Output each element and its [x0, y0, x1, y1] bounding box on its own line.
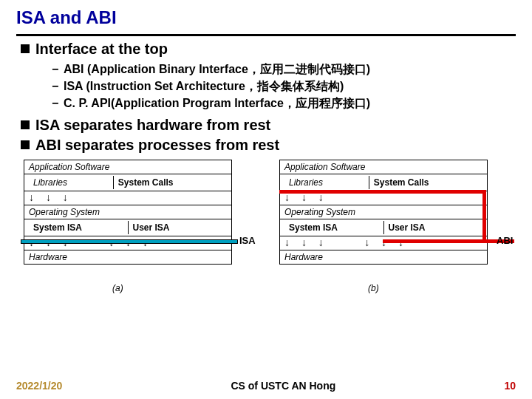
layer-user-isa-a: User ISA — [129, 221, 228, 234]
isa-highlight-line — [21, 239, 238, 244]
layer-os-a: Operating System — [24, 205, 231, 219]
abi-highlight-vert — [482, 190, 486, 243]
layer-app-a: Application Software — [24, 160, 231, 174]
abi-label-b: ABI — [497, 235, 513, 246]
bullet-1-sub-3: C. P. API(Application Program Interface，… — [52, 95, 516, 112]
footer-date: 2022/1/20 — [16, 380, 62, 392]
title-divider — [16, 34, 516, 36]
bullet-1-sub-1: ABI (Application Binary Interface，应用二进制代… — [52, 61, 516, 78]
footer-center: CS of USTC AN Hong — [231, 380, 335, 392]
layer-user-isa-b: User ISA — [384, 221, 483, 234]
arrow-down-icon: ↓ ↓ ↓ — [29, 191, 72, 203]
isa-label-a: ISA — [239, 235, 256, 246]
layer-syscalls-b: System Calls — [369, 176, 482, 189]
layer-lib-a: Libraries — [29, 176, 114, 189]
slide-title: ISA and ABI — [16, 7, 516, 28]
layer-syscalls-a: System Calls — [114, 176, 227, 189]
diagram-left: Application Software Libraries System Ca… — [16, 155, 260, 292]
layer-hw-a: Hardware — [24, 250, 231, 264]
abi-highlight-bottom — [383, 239, 514, 243]
layer-lib-b: Libraries — [284, 176, 369, 189]
diagram-region: Application Software Libraries System Ca… — [16, 155, 516, 292]
footer: 2022/1/20 CS of USTC AN Hong 10 — [16, 380, 516, 392]
caption-b: (b) — [368, 283, 379, 293]
bullet-1: Interface at the top — [35, 41, 516, 58]
layer-sys-isa-b: System ISA — [284, 221, 384, 234]
layer-hw-b: Hardware — [280, 250, 487, 264]
footer-page-number: 10 — [504, 380, 516, 392]
layer-sys-isa-a: System ISA — [29, 221, 129, 234]
layer-os-b: Operating System — [280, 205, 487, 219]
bullet-3: ABI separates processes from rest — [35, 137, 516, 154]
abi-highlight-top — [279, 190, 486, 194]
diagram-right: Application Software Libraries System Ca… — [272, 155, 516, 292]
caption-a: (a) — [112, 283, 123, 293]
bullet-1-sub-2: ISA (Instruction Set Architecture，指令集体系结… — [52, 78, 516, 95]
layer-app-b: Application Software — [280, 160, 487, 174]
bullet-2: ISA separates hardware from rest — [35, 117, 516, 134]
